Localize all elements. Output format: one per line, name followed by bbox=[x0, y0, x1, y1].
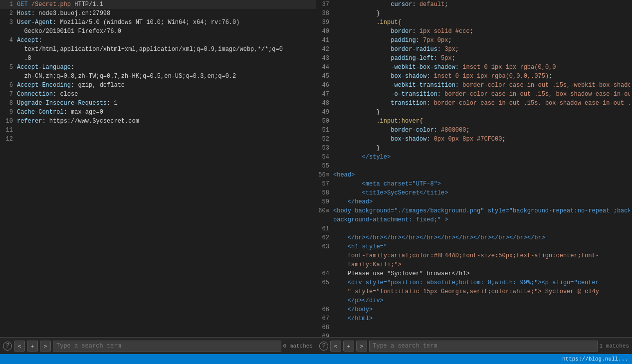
left-code-line: 12 bbox=[0, 135, 316, 144]
line-content: border-radius: 3px; bbox=[333, 45, 630, 54]
line-number bbox=[2, 72, 17, 81]
line-content: -webkit-box-shadow: inset 0 1px 1px rgba… bbox=[333, 63, 630, 72]
line-number: 37 bbox=[318, 0, 333, 9]
right-prev-button[interactable]: < bbox=[330, 341, 341, 352]
left-code-area[interactable]: 1GET /Secret.php HTTP/1.12Host: node3.bu… bbox=[0, 0, 316, 337]
line-content: Connection: close bbox=[17, 90, 314, 99]
status-bar: https://blog.null... bbox=[0, 354, 632, 364]
right-search-input[interactable] bbox=[369, 341, 598, 352]
left-search-input[interactable] bbox=[53, 341, 281, 352]
right-code-line: 46 -webkit-transition: border-color ease… bbox=[316, 81, 632, 90]
line-number bbox=[2, 54, 17, 63]
line-number: 40 bbox=[318, 27, 333, 36]
line-number: 62 bbox=[318, 233, 333, 242]
right-add-button[interactable]: + bbox=[343, 341, 354, 352]
right-code-line: 41 padding: 7px 0px; bbox=[316, 36, 632, 45]
line-number: 10 bbox=[2, 117, 17, 126]
line-number: 41 bbox=[318, 36, 333, 45]
right-code-line: 59 </head> bbox=[316, 197, 632, 206]
line-content: text/html,application/xhtml+xml,applicat… bbox=[17, 45, 314, 54]
line-content: Accept-Language: bbox=[17, 63, 314, 72]
line-number: 58 bbox=[318, 188, 333, 197]
left-code-line: 2Host: node3.buuoj.cn:27998 bbox=[0, 9, 316, 18]
left-code-line: 6Accept-Encoding: gzip, deflate bbox=[0, 81, 316, 90]
line-content: .input:hover{ bbox=[333, 117, 630, 126]
left-add-button[interactable]: + bbox=[27, 341, 38, 352]
right-help-button[interactable]: ? bbox=[319, 342, 328, 351]
right-code-line: 58 <title>SycSecret</title> bbox=[316, 188, 632, 197]
line-content: zh-CN,zh;q=0.8,zh-TW;q=0.7,zh-HK;q=0.5,e… bbox=[17, 72, 314, 81]
line-content: Gecko/20100101 Firefox/76.0 bbox=[17, 27, 314, 36]
line-content: <head> bbox=[333, 171, 630, 180]
line-content bbox=[333, 162, 630, 171]
left-next-button[interactable]: > bbox=[40, 341, 51, 352]
line-content: padding-left: 5px; bbox=[333, 54, 630, 63]
line-content: Accept: bbox=[17, 36, 314, 45]
right-code-line: background-attachment: fixed;" > bbox=[316, 215, 632, 224]
right-code-line: 43 padding-left: 5px; bbox=[316, 54, 632, 63]
line-content: cursor: default; bbox=[333, 0, 630, 9]
left-search-count: 0 matches bbox=[283, 343, 313, 349]
line-number: 66 bbox=[318, 305, 333, 314]
left-code-line: text/html,application/xhtml+xml,applicat… bbox=[0, 45, 316, 54]
left-code-line: 10referer: https://www.Sycsecret.com bbox=[0, 117, 316, 126]
line-content: </p></div> bbox=[333, 296, 630, 305]
line-number bbox=[318, 296, 333, 305]
right-code-line: 63 <h1 style=" bbox=[316, 242, 632, 251]
left-code-line: 8Upgrade-Insecure-Requests: 1 bbox=[0, 99, 316, 108]
line-number: 64 bbox=[318, 269, 333, 278]
line-content: </style> bbox=[333, 153, 630, 162]
line-number: 49 bbox=[318, 108, 333, 117]
line-number: 5 bbox=[2, 63, 17, 72]
left-search-bar: ? < + > 0 matches bbox=[0, 337, 316, 354]
line-content: } bbox=[333, 9, 630, 18]
right-code-area[interactable]: 37 cursor: default;38 }39 .input{40 bord… bbox=[316, 0, 632, 337]
right-code-line: 65 <div style="position: absolute;bottom… bbox=[316, 278, 632, 287]
line-content: <body background="./images/background.pn… bbox=[333, 206, 630, 215]
left-code-line: .8 bbox=[0, 54, 316, 63]
left-prev-button[interactable]: < bbox=[14, 341, 25, 352]
right-code-line: 54 </style> bbox=[316, 153, 632, 162]
right-code-line: font-family:arial;color:#8E44AD;font-siz… bbox=[316, 251, 632, 260]
line-number: 3 bbox=[2, 18, 17, 27]
line-content: </body> bbox=[333, 305, 630, 314]
line-number: 8 bbox=[2, 99, 17, 108]
right-code-line: 51 border-color: #808000; bbox=[316, 126, 632, 135]
line-number: 12 bbox=[2, 135, 17, 144]
line-content: Upgrade-Insecure-Requests: 1 bbox=[17, 99, 314, 108]
right-code-line: 40 border: 1px solid #ccc; bbox=[316, 27, 632, 36]
line-content: transition: border-color ease-in-out .15… bbox=[333, 99, 630, 108]
line-number bbox=[318, 251, 333, 260]
line-number: 63 bbox=[318, 242, 333, 251]
line-number: 55 bbox=[318, 162, 333, 171]
right-code-line: family:KaiTi;"> bbox=[316, 260, 632, 269]
line-content: -webkit-transition: border-color ease-in… bbox=[333, 81, 630, 90]
line-number: 48 bbox=[318, 99, 333, 108]
left-pane: 1GET /Secret.php HTTP/1.12Host: node3.bu… bbox=[0, 0, 316, 354]
main-content: 1GET /Secret.php HTTP/1.12Host: node3.bu… bbox=[0, 0, 632, 354]
line-content: .8 bbox=[17, 54, 314, 63]
left-code-line: 5Accept-Language: bbox=[0, 63, 316, 72]
right-code-line: 66 </body> bbox=[316, 305, 632, 314]
line-number: 2 bbox=[2, 9, 17, 18]
line-number: 69 bbox=[318, 332, 333, 337]
line-number: 46 bbox=[318, 81, 333, 90]
right-code-line: 60⊟<body background="./images/background… bbox=[316, 206, 632, 215]
line-number: 53 bbox=[318, 144, 333, 153]
right-code-line: 38 } bbox=[316, 9, 632, 18]
right-code-line: 37 cursor: default; bbox=[316, 0, 632, 9]
line-content: " style="font:italic 15px Georgia,serif;… bbox=[333, 287, 630, 296]
line-number bbox=[318, 260, 333, 269]
line-content: } bbox=[333, 108, 630, 117]
line-number: 4 bbox=[2, 36, 17, 45]
right-next-button[interactable]: > bbox=[356, 341, 367, 352]
right-code-line: 57 <meta charset="UTF-8"> bbox=[316, 180, 632, 188]
right-code-line: 67 </html> bbox=[316, 314, 632, 323]
line-number bbox=[2, 45, 17, 54]
right-code-line: 45 box-shadow: inset 0 1px 1px rgba(0,0,… bbox=[316, 72, 632, 81]
line-content: padding: 7px 0px; bbox=[333, 36, 630, 45]
line-content: </head> bbox=[333, 197, 630, 206]
line-number: 43 bbox=[318, 54, 333, 63]
line-content bbox=[333, 323, 630, 332]
left-help-button[interactable]: ? bbox=[3, 342, 12, 351]
